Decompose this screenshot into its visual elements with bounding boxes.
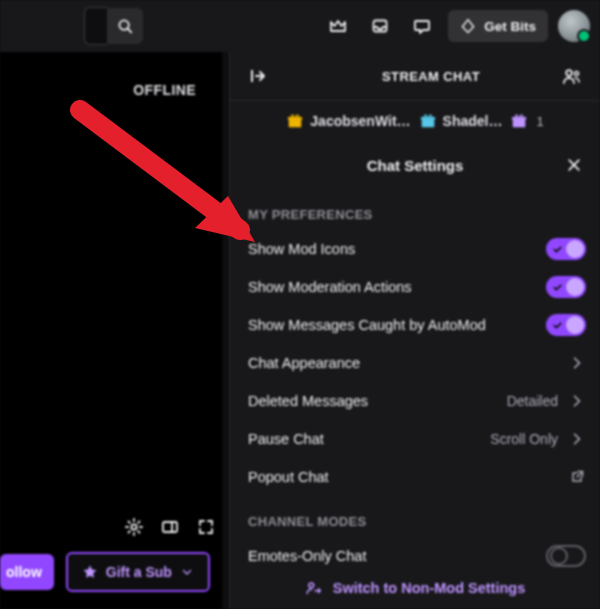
gifters-row: JacobsenWit… Shadel… 1 <box>230 101 600 141</box>
settings-gear-button[interactable] <box>118 511 150 543</box>
avatar[interactable] <box>558 10 590 42</box>
theatre-mode-button[interactable] <box>154 511 186 543</box>
toggle[interactable] <box>546 545 586 567</box>
switch-nonmod-label: Switch to Non-Mod Settings <box>333 580 526 596</box>
prime-loot-button[interactable] <box>322 10 354 42</box>
svg-rect-12 <box>420 117 434 120</box>
chevron-down-icon <box>180 565 194 579</box>
search-button[interactable] <box>107 8 143 44</box>
svg-rect-11 <box>421 119 434 127</box>
gift-icon <box>286 112 304 130</box>
chat-settings-title: Chat Settings <box>367 157 464 174</box>
chat-bubble-icon <box>412 16 432 36</box>
pref-value: Scroll Only <box>490 431 558 447</box>
check-icon <box>552 244 563 255</box>
popout-icon <box>568 469 586 485</box>
star-icon <box>82 564 98 580</box>
pref-label: Deleted Messages <box>248 393 507 409</box>
gift-icon <box>510 112 528 130</box>
crown-icon <box>328 16 348 36</box>
svg-point-15 <box>309 583 314 588</box>
svg-rect-13 <box>513 119 526 127</box>
chat-pane: STREAM CHAT JacobsenWit… Shadel… 1 Chat … <box>229 52 600 609</box>
topbar: Get Bits <box>0 0 600 52</box>
gifter-item[interactable]: JacobsenWit… <box>286 112 410 130</box>
toggle[interactable] <box>546 238 586 260</box>
pref-emotes-only[interactable]: Emotes-Only Chat <box>230 537 600 575</box>
search-wrap <box>84 8 148 44</box>
close-button[interactable] <box>562 153 586 177</box>
section-label-preferences: MY PREFERENCES <box>230 189 600 230</box>
gift-icon <box>419 112 437 130</box>
chevron-right-icon <box>568 393 586 409</box>
switch-nonmod-link[interactable]: Switch to Non-Mod Settings <box>230 579 600 597</box>
gear-icon <box>124 517 144 537</box>
gifter-count: 1 <box>536 114 543 129</box>
offline-label: OFFLINE <box>133 82 196 98</box>
svg-point-3 <box>131 524 136 529</box>
svg-rect-9 <box>289 119 302 127</box>
svg-point-8 <box>575 72 579 76</box>
pref-pause-chat[interactable]: Pause Chat Scroll Only <box>230 420 600 458</box>
pref-show-mod-actions[interactable]: Show Moderation Actions <box>230 268 600 306</box>
pref-label: Emotes-Only Chat <box>248 548 546 564</box>
close-icon <box>566 157 582 173</box>
pref-label: Pause Chat <box>248 431 490 447</box>
pref-chat-appearance[interactable]: Chat Appearance <box>230 344 600 382</box>
inbox-icon <box>370 16 390 36</box>
community-button[interactable] <box>556 60 588 92</box>
gift-sub-label: Gift a Sub <box>106 564 172 580</box>
svg-point-7 <box>566 70 572 76</box>
check-icon <box>552 282 563 293</box>
pref-automod[interactable]: Show Messages Caught by AutoMod <box>230 306 600 344</box>
pref-deleted-messages[interactable]: Deleted Messages Detailed <box>230 382 600 420</box>
pref-label: Popout Chat <box>248 469 568 485</box>
gifter-name: JacobsenWit… <box>310 113 410 129</box>
collapse-chat-button[interactable] <box>242 60 274 92</box>
channel-action-bar: ollow Gift a Sub <box>0 551 222 593</box>
pref-value: Detailed <box>507 393 558 409</box>
whispers-button[interactable] <box>406 10 438 42</box>
search-icon <box>116 17 134 35</box>
svg-rect-4 <box>163 522 177 532</box>
pref-popout-chat[interactable]: Popout Chat <box>230 458 600 496</box>
chat-header: STREAM CHAT <box>230 52 600 101</box>
svg-line-1 <box>128 29 131 32</box>
search-input[interactable] <box>84 7 107 45</box>
svg-rect-10 <box>288 117 302 120</box>
follow-button-label: ollow <box>6 564 42 580</box>
chevron-right-icon <box>568 431 586 447</box>
toggle[interactable] <box>546 276 586 298</box>
pref-label: Chat Appearance <box>248 355 568 371</box>
svg-rect-14 <box>512 117 526 120</box>
collapse-right-icon <box>248 66 268 86</box>
section-label-channel-modes: CHANNEL MODES <box>230 496 600 537</box>
pref-label: Show Messages Caught by AutoMod <box>248 317 546 333</box>
toggle[interactable] <box>546 314 586 336</box>
gifter-item[interactable]: 1 <box>510 112 543 130</box>
theatre-icon <box>160 517 180 537</box>
people-icon <box>562 66 582 86</box>
video-controls <box>0 511 230 543</box>
bits-icon <box>460 18 476 34</box>
fullscreen-button[interactable] <box>190 511 222 543</box>
check-icon <box>552 320 563 331</box>
gifter-name: Shadel… <box>443 113 503 129</box>
inbox-button[interactable] <box>364 10 396 42</box>
get-bits-label: Get Bits <box>484 19 536 34</box>
chevron-right-icon <box>568 355 586 371</box>
gift-sub-button[interactable]: Gift a Sub <box>66 552 210 592</box>
get-bits-button[interactable]: Get Bits <box>448 10 548 42</box>
person-switch-icon <box>305 579 323 597</box>
fullscreen-icon <box>196 517 216 537</box>
follow-button[interactable]: ollow <box>0 554 54 590</box>
chat-header-title: STREAM CHAT <box>274 69 588 84</box>
gifter-item[interactable]: Shadel… <box>419 112 503 130</box>
pref-label: Show Mod Icons <box>248 241 546 257</box>
chat-settings-header: Chat Settings <box>230 141 600 189</box>
pref-show-mod-icons[interactable]: Show Mod Icons <box>230 230 600 268</box>
pref-label: Show Moderation Actions <box>248 279 546 295</box>
